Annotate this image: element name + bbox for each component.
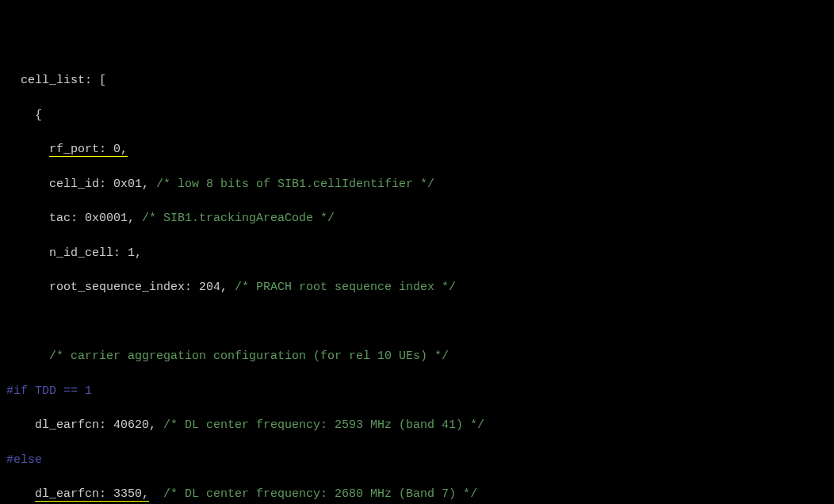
code-line: cell_id: 0x01, /* low 8 bits of SIB1.cel…	[6, 176, 828, 193]
code-comment: /* PRACH root sequence index */	[235, 281, 456, 294]
code-text: {	[6, 109, 42, 122]
code-line: cell_list: [	[6, 72, 828, 90]
code-text: dl_earfcn: 40620,	[6, 418, 163, 432]
code-text: n_id_cell: 1,	[6, 246, 142, 260]
code-line: tac: 0x0001, /* SIB1.trackingAreaCode */	[6, 210, 828, 227]
code-line: #if TDD == 1	[6, 383, 828, 400]
code-comment: /* SIB1.trackingAreaCode */	[142, 212, 335, 225]
preprocessor-directive: #else	[6, 453, 42, 467]
code-text	[6, 349, 49, 363]
code-line: dl_earfcn: 3350, /* DL center frequency:…	[6, 486, 828, 503]
highlighted-text: dl_earfcn: 3350,	[35, 487, 149, 502]
code-text: cell_id: 0x01,	[6, 178, 156, 191]
code-comment: /* carrier aggregation configuration (fo…	[49, 349, 449, 363]
code-line: rf_port: 0,	[6, 141, 828, 158]
code-line: /* carrier aggregation configuration (fo…	[6, 348, 828, 365]
code-text: root_sequence_index: 204,	[6, 281, 235, 294]
highlighted-text: rf_port: 0,	[49, 143, 128, 157]
code-text: cell_list: [	[6, 74, 106, 87]
code-text	[6, 143, 49, 156]
code-text	[149, 487, 163, 501]
code-text: tac: 0x0001,	[6, 212, 142, 225]
preprocessor-directive: #if TDD == 1	[6, 384, 92, 398]
code-comment: /* DL center frequency: 2593 MHz (band 4…	[163, 418, 484, 432]
code-line	[6, 314, 828, 331]
code-comment: /* low 8 bits of SIB1.cellIdentifier */	[156, 178, 434, 191]
code-line: #else	[6, 452, 828, 469]
code-text	[6, 487, 35, 501]
code-line: {	[6, 107, 828, 124]
code-comment: /* DL center frequency: 2680 MHz (Band 7…	[163, 487, 477, 501]
code-line: dl_earfcn: 40620, /* DL center frequency…	[6, 417, 828, 434]
code-line: n_id_cell: 1,	[6, 245, 828, 262]
code-line: root_sequence_index: 204, /* PRACH root …	[6, 279, 828, 296]
